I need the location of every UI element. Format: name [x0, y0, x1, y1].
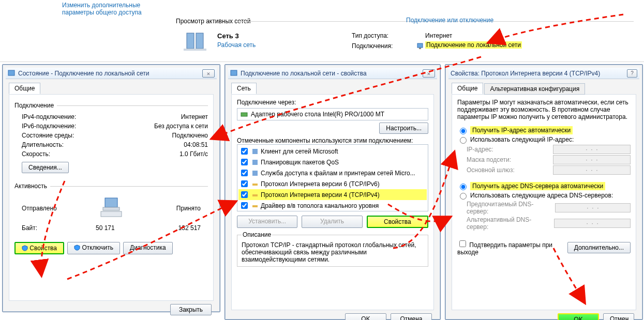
ipv4-icon	[251, 191, 259, 199]
component-label: Драйвер в/в тополога канального уровня	[261, 202, 379, 209]
connection-link[interactable]: Подключение по локальной сети	[425, 41, 522, 49]
details-button[interactable]: Сведения...	[22, 162, 69, 173]
client-icon	[251, 148, 259, 155]
remove-button[interactable]: Удалить	[302, 216, 362, 228]
share-icon	[251, 170, 259, 177]
change-sharing-link[interactable]: Изменить дополнительные параметры общего…	[62, 2, 166, 16]
component-label: Клиент для сетей Microsoft	[261, 148, 338, 155]
radio-auto-dns[interactable]	[460, 184, 467, 190]
svg-rect-1	[196, 33, 203, 49]
component-checkbox[interactable]	[241, 180, 248, 187]
component-checkbox[interactable]	[241, 148, 248, 155]
activity-group-label: Активность	[14, 182, 47, 190]
status-window: Состояние - Подключение по локальной сет…	[2, 64, 220, 312]
ipv6-value: Без доступа к сети	[154, 123, 208, 130]
svg-rect-14	[252, 184, 258, 186]
connection-props-title: Подключение по локальной сети - свойства	[241, 70, 420, 77]
tab-network[interactable]: Сеть	[231, 83, 257, 94]
diagnostics-button[interactable]: Диагностика	[123, 242, 173, 254]
advanced-button[interactable]: Дополнительно...	[567, 242, 631, 253]
component-checkbox[interactable]	[241, 202, 248, 209]
tab-general[interactable]: Общие	[452, 83, 483, 94]
validate-label: Подтвердить параметры при выходе	[457, 241, 552, 256]
components-list[interactable]: Клиент для сетей Microsoft Планировщик п…	[237, 144, 428, 211]
network-type-link[interactable]: Рабочая сеть	[217, 41, 256, 49]
description-group: Описание Протокол TCP/IP - стандартный п…	[237, 231, 428, 267]
close-icon[interactable]: ⨉	[423, 69, 435, 78]
svg-rect-6	[105, 198, 117, 207]
dns1-input: · · ·	[555, 203, 631, 212]
validate-checkbox[interactable]	[459, 240, 466, 247]
tab-alternative[interactable]: Альтернативная конфигурация	[484, 83, 585, 95]
shield-icon	[74, 245, 80, 251]
lan-icon	[416, 42, 424, 50]
duration-label: Длительность:	[22, 141, 64, 148]
close-button[interactable]: Закрыть	[170, 304, 212, 315]
sent-label: Отправлено	[22, 205, 79, 212]
description-label: Описание	[242, 231, 272, 238]
svg-rect-10	[241, 113, 247, 116]
install-button[interactable]: Установить...	[237, 216, 297, 228]
adapter-name: Адаптер рабочего стола Intel(R) PRO/1000…	[251, 111, 384, 118]
ok-button[interactable]: OK	[345, 313, 386, 320]
svg-rect-4	[419, 48, 421, 49]
status-window-title: Состояние - Подключение по локальной сет…	[18, 70, 199, 77]
info-text: Параметры IP могут назначаться автоматич…	[457, 99, 631, 120]
activity-icon	[83, 196, 140, 220]
component-label: Протокол Интернета версии 6 (TCP/IPv6)	[261, 180, 380, 188]
svg-rect-0	[187, 33, 194, 49]
svg-rect-2	[184, 49, 206, 51]
received-label: Принято	[144, 205, 201, 212]
cancel-button[interactable]: Отмена	[391, 313, 432, 320]
bytes-label: Байт:	[22, 224, 37, 232]
radio-auto-ip[interactable]	[460, 128, 467, 134]
gw-label: Основной шлюз:	[467, 166, 515, 174]
svg-rect-11	[252, 149, 258, 154]
svg-rect-3	[417, 43, 423, 48]
cancel-button[interactable]: Отмен	[603, 313, 634, 320]
list-item: Ответчик обнаружения топологии канальног…	[238, 211, 427, 211]
ok-button[interactable]: OK	[558, 313, 599, 320]
svg-rect-5	[8, 70, 14, 75]
component-props-button[interactable]: Свойства	[367, 216, 428, 228]
svg-rect-9	[231, 70, 237, 75]
bytes-sent-value: 50 171	[96, 224, 115, 232]
driver-icon	[251, 202, 259, 209]
list-item: Служба доступа к файлам и принтерам сете…	[238, 167, 427, 178]
component-checkbox[interactable]	[241, 159, 248, 165]
media-value: Подключено	[172, 132, 208, 139]
properties-button[interactable]: Свойства	[14, 242, 64, 254]
connections-label: Подключения:	[352, 42, 393, 50]
mask-label: Маска подсети:	[467, 156, 511, 163]
radio-auto-ip-label: Получить IP-адрес автоматически	[470, 126, 573, 134]
help-icon[interactable]: ?	[627, 69, 637, 78]
component-label: Планировщик пакетов QoS	[261, 159, 339, 166]
radio-manual-dns-label: Использовать следующие адреса DNS-сервер…	[470, 192, 613, 199]
component-checkbox[interactable]	[241, 191, 248, 198]
connect-disconnect-link[interactable]: Подключение или отключение	[406, 17, 493, 24]
properties-button-label: Свойства	[29, 245, 57, 252]
radio-manual-ip[interactable]	[460, 137, 467, 144]
dns2-input: · · ·	[554, 219, 631, 228]
list-item: Протокол Интернета версии 6 (TCP/IPv6)	[238, 178, 427, 189]
network-center-header: Изменить дополнительные параметры общего…	[0, 0, 644, 62]
nic-icon	[241, 111, 248, 118]
component-checkbox[interactable]	[241, 170, 248, 176]
svg-rect-15	[252, 194, 258, 196]
svg-rect-16	[252, 205, 258, 207]
ipv4-props-window: Свойства: Протокол Интернета версии 4 (T…	[445, 64, 643, 320]
window-icon	[8, 70, 15, 77]
list-item: Драйвер в/в тополога канального уровня	[238, 200, 427, 211]
radio-manual-dns[interactable]	[460, 193, 467, 200]
tab-general[interactable]: Общие	[9, 83, 40, 94]
configure-button[interactable]: Настроить...	[379, 123, 428, 134]
disable-button[interactable]: Отключить	[67, 242, 120, 254]
duration-value: 04:08:51	[184, 141, 208, 148]
connection-props-window: Подключение по локальной сети - свойства…	[224, 64, 441, 320]
list-item: Планировщик пакетов QoS	[238, 157, 427, 167]
close-icon[interactable]: ⨉	[202, 69, 215, 78]
bytes-recv-value: 132 517	[178, 224, 201, 232]
component-label: Служба доступа к файлам и принтерам сете…	[261, 170, 415, 177]
ipv4-label: IPv4-подключение:	[22, 113, 76, 120]
mask-input: · · ·	[553, 155, 631, 164]
